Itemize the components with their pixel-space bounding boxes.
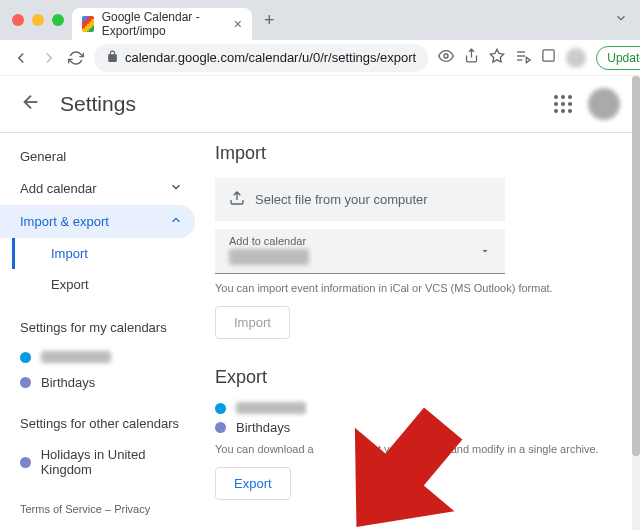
extensions-icon[interactable] <box>541 48 556 67</box>
import-button[interactable]: Import <box>215 306 290 339</box>
svg-marker-5 <box>527 57 531 62</box>
sidebar-item-general[interactable]: General <box>0 141 195 172</box>
add-to-calendar-label: Add to calendar <box>229 235 491 247</box>
calendar-name: Holidays in United Kingdom <box>41 447 195 477</box>
sidebar-item-label: Add calendar <box>20 181 97 196</box>
calendar-color-dot <box>20 457 31 468</box>
scrollbar-thumb[interactable] <box>632 76 640 456</box>
tab-title: Google Calendar - Export/impo <box>102 10 222 38</box>
settings-header: Settings <box>0 76 640 132</box>
calendar-color-dot <box>20 377 31 388</box>
share-icon[interactable] <box>464 48 479 67</box>
maximize-window-icon[interactable] <box>52 14 64 26</box>
tabs-dropdown-icon[interactable] <box>614 11 628 29</box>
main-panel: Import Select file from your computer Ad… <box>215 141 620 515</box>
import-title: Import <box>215 143 620 164</box>
dropdown-icon <box>479 243 491 261</box>
export-calendar-primary <box>215 402 620 414</box>
svg-point-0 <box>444 54 448 58</box>
svg-rect-6 <box>543 50 554 61</box>
sidebar-item-label: General <box>20 149 66 164</box>
chevron-up-icon <box>169 213 183 230</box>
footer-links: Terms of Service – Privacy <box>20 503 195 515</box>
calendar-name: Birthdays <box>41 375 95 390</box>
close-window-icon[interactable] <box>12 14 24 26</box>
divider <box>0 132 640 133</box>
sidebar-item-label: Import & export <box>20 214 109 229</box>
sidebar-item-add-calendar[interactable]: Add calendar <box>0 172 195 205</box>
calendar-name: Birthdays <box>236 420 290 435</box>
calendar-color-dot <box>215 403 226 414</box>
sidebar-calendar-primary[interactable] <box>20 345 195 369</box>
sidebar-item-label: Export <box>51 277 89 292</box>
export-hint: You can download a that you can view and… <box>215 443 620 455</box>
sidebar-calendar-holidays[interactable]: Holidays in United Kingdom <box>20 441 195 483</box>
page-content: Settings General Add calendar Import & e… <box>0 76 640 530</box>
calendar-name-blurred <box>41 351 111 363</box>
svg-marker-8 <box>483 250 488 253</box>
url-input[interactable]: calendar.google.com/calendar/u/0/r/setti… <box>94 44 428 72</box>
back-arrow-icon[interactable] <box>20 91 42 117</box>
upload-icon <box>229 190 245 209</box>
eye-icon[interactable] <box>438 48 454 68</box>
export-title: Export <box>215 367 620 388</box>
import-hint: You can import event information in iCal… <box>215 282 620 294</box>
calendar-color-dot <box>215 422 226 433</box>
browser-tab-bar: Google Calendar - Export/impo×+ <box>0 0 640 40</box>
update-button[interactable]: Update⋮ <box>596 46 640 70</box>
sidebar-item-label: Import <box>51 246 88 261</box>
star-icon[interactable] <box>489 48 505 68</box>
sidebar-sub-export[interactable]: Export <box>12 269 195 300</box>
playlist-icon[interactable] <box>515 48 531 68</box>
sidebar-calendar-birthdays[interactable]: Birthdays <box>20 369 195 396</box>
back-button[interactable] <box>12 49 30 67</box>
forward-button[interactable] <box>40 49 58 67</box>
close-tab-icon[interactable]: × <box>234 16 242 32</box>
select-file-label: Select file from your computer <box>255 192 428 207</box>
apps-icon[interactable] <box>554 95 572 113</box>
privacy-link[interactable]: Privacy <box>114 503 150 515</box>
selected-calendar-blurred <box>229 249 309 265</box>
lock-icon <box>106 50 119 66</box>
browser-tab[interactable]: Google Calendar - Export/impo× <box>72 8 252 40</box>
export-calendar-birthdays: Birthdays <box>215 420 620 435</box>
new-tab-button[interactable]: + <box>264 10 275 31</box>
svg-marker-1 <box>491 49 504 62</box>
export-button[interactable]: Export <box>215 467 291 500</box>
calendar-name-blurred <box>236 402 306 414</box>
sidebar-sub-import[interactable]: Import <box>12 238 195 269</box>
reload-button[interactable] <box>68 50 84 66</box>
page-title: Settings <box>60 92 136 116</box>
profile-avatar[interactable] <box>588 88 620 120</box>
minimize-window-icon[interactable] <box>32 14 44 26</box>
sidebar-item-import-export[interactable]: Import & export <box>0 205 195 238</box>
add-to-calendar-select[interactable]: Add to calendar <box>215 229 505 274</box>
sidebar-section-my-calendars: Settings for my calendars <box>20 320 195 335</box>
address-bar: calendar.google.com/calendar/u/0/r/setti… <box>0 40 640 76</box>
calendar-color-dot <box>20 352 31 363</box>
select-file-button[interactable]: Select file from your computer <box>215 178 505 221</box>
calendar-favicon <box>82 16 94 32</box>
chevron-down-icon <box>169 180 183 197</box>
scrollbar[interactable] <box>632 76 640 530</box>
url-text: calendar.google.com/calendar/u/0/r/setti… <box>125 50 416 65</box>
settings-sidebar: General Add calendar Import & export Imp… <box>20 141 195 515</box>
update-label: Update <box>607 51 640 65</box>
window-controls[interactable] <box>12 14 64 26</box>
sidebar-section-other-calendars: Settings for other calendars <box>20 416 195 431</box>
terms-link[interactable]: Terms of Service <box>20 503 102 515</box>
profile-avatar-small[interactable] <box>566 48 586 68</box>
